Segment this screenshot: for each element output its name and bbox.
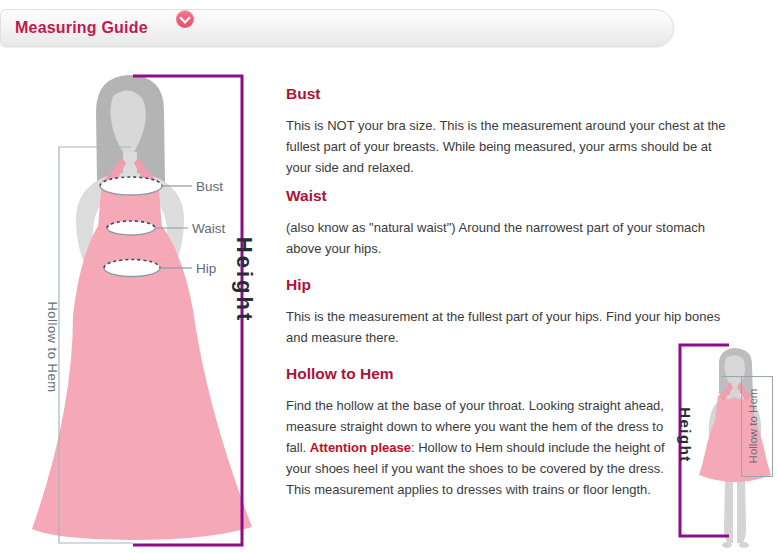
measuring-guide-header[interactable]: Measuring Guide [0,9,674,47]
main-measurement-diagram: Hollow to Hem Bust Waist Hip Height [25,60,265,553]
section-hip-heading: Hip [286,276,728,294]
small-hollow-to-hem-label: Hollow to Hem [747,389,759,464]
height-vertical-label: Height [232,237,257,323]
section-bust-body: This is NOT your bra size. This is the m… [286,115,728,178]
hip-label: Hip [196,261,216,276]
small-figure-foot-right [739,542,749,548]
waist-label: Waist [192,221,225,236]
attention-please-label: Attention please [310,440,411,455]
small-measurement-diagram: Hollow to Hem Height [655,338,778,553]
small-figure-leg-left [724,476,733,543]
measuring-guide-panel: Measuring Guide Hollow to Hem B [0,0,778,553]
section-hollow-body: Find the hollow at the base of your thro… [286,395,674,500]
chevron-glyph [179,12,190,23]
small-figure-leg-right [737,476,746,543]
section-waist: Waist (also know as "natural waist") Aro… [286,187,728,259]
section-bust: Bust This is NOT your bra size. This is … [286,85,728,178]
section-hollow-to-hem: Hollow to Hem Find the hollow at the bas… [286,365,674,500]
chevron-down-icon[interactable] [176,10,194,28]
bust-label: Bust [196,179,223,194]
section-waist-body: (also know as "natural waist") Around th… [286,217,728,259]
section-waist-heading: Waist [286,187,728,205]
small-height-label: Height [677,407,694,463]
hollow-to-hem-vertical-label: Hollow to Hem [45,301,60,392]
section-bust-heading: Bust [286,85,728,103]
small-figure-foot-left [722,542,732,548]
section-hollow-heading: Hollow to Hem [286,365,674,383]
page-title: Measuring Guide [15,19,148,37]
